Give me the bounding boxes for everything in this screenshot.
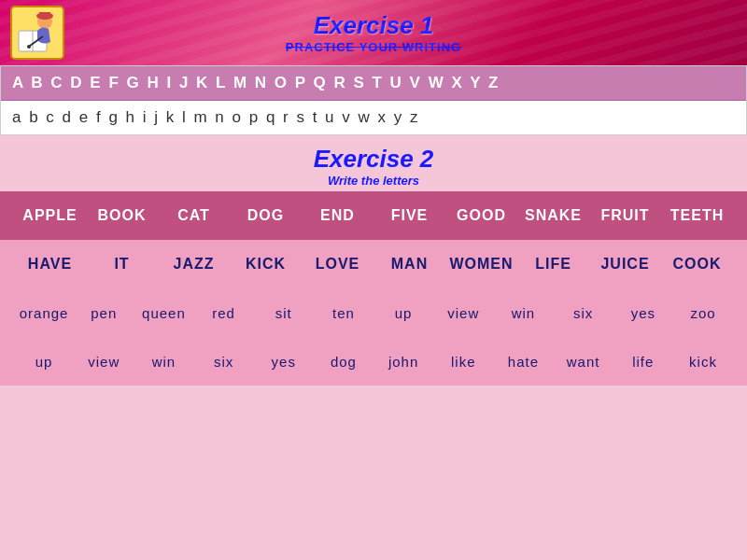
word-item: JUICE [589, 256, 661, 273]
word-item: life [613, 354, 673, 370]
header-section: Exercise 1 PRACTICE YOUR WRITING [0, 0, 747, 65]
svg-rect-7 [39, 12, 50, 17]
word-item: up [14, 354, 74, 370]
word-item: FIVE [374, 207, 445, 224]
word-item: IT [86, 256, 158, 273]
word-item: pen [74, 305, 134, 321]
word-item: BOOK [86, 207, 158, 224]
word-item: KICK [230, 256, 302, 273]
word-row-3: upviewwinsixyesdogjohnlikehatewantlifeki… [0, 337, 747, 385]
word-item: MAN [374, 256, 445, 273]
word-item: DOG [230, 207, 302, 224]
word-item: TEETH [661, 207, 733, 224]
header-title: Exercise 1 [286, 11, 461, 40]
header-text-container: Exercise 1 PRACTICE YOUR WRITING [286, 11, 461, 54]
word-item: win [493, 305, 553, 321]
word-item: WOMEN [445, 256, 517, 273]
word-item: JAZZ [158, 256, 230, 273]
logo-icon [9, 5, 65, 61]
word-item: kick [673, 354, 733, 370]
word-item: HAVE [14, 256, 86, 273]
word-item: dog [314, 354, 374, 370]
alphabet-lower-row: a b c d e f g h i j k l m n o p q r s t … [1, 101, 746, 134]
word-item: END [302, 207, 374, 224]
alphabet-section: A B C D E F G H I J K L M N O P Q R S T … [0, 65, 747, 135]
alphabet-upper-row: A B C D E F G H I J K L M N O P Q R S T … [1, 66, 746, 101]
word-item: view [74, 354, 134, 370]
logo-container [9, 5, 65, 61]
word-item: ten [314, 305, 374, 321]
word-rows-container: APPLEBOOKCATDOGENDFIVEGOODSNAKEFRUITTEET… [0, 191, 747, 385]
word-item: six [194, 354, 254, 370]
word-item: APPLE [14, 207, 86, 224]
exercise2-header: Exercise 2 Write the letters [0, 135, 747, 191]
word-item: hate [493, 354, 553, 370]
word-item: red [194, 305, 254, 321]
word-item: up [374, 305, 433, 321]
word-item: SNAKE [517, 207, 589, 224]
word-item: sit [254, 305, 314, 321]
exercise2-subtitle: Write the letters [0, 174, 747, 188]
exercise2-title: Exercise 2 [0, 145, 747, 174]
header-subtitle: PRACTICE YOUR WRITING [286, 40, 461, 54]
word-row-0: APPLEBOOKCATDOGENDFIVEGOODSNAKEFRUITTEET… [0, 191, 747, 240]
word-item: like [433, 354, 493, 370]
word-item: queen [134, 305, 193, 321]
word-item: CAT [158, 207, 230, 224]
word-item: yes [613, 305, 673, 321]
word-item: GOOD [445, 207, 517, 224]
word-item: orange [14, 305, 74, 321]
word-item: FRUIT [589, 207, 661, 224]
word-row-1: HAVEITJAZZKICKLOVEMANWOMENLIFEJUICECOOK [0, 240, 747, 288]
word-row-2: orangepenqueenredsittenupviewwinsixyeszo… [0, 288, 747, 337]
word-item: john [374, 354, 433, 370]
word-item: LOVE [302, 256, 374, 273]
word-item: yes [254, 354, 314, 370]
word-item: win [134, 354, 193, 370]
svg-point-5 [27, 45, 31, 49]
word-item: COOK [661, 256, 733, 273]
word-item: zoo [673, 305, 733, 321]
word-item: LIFE [517, 256, 589, 273]
word-item: view [433, 305, 493, 321]
word-item: want [554, 354, 613, 370]
word-item: six [554, 305, 613, 321]
